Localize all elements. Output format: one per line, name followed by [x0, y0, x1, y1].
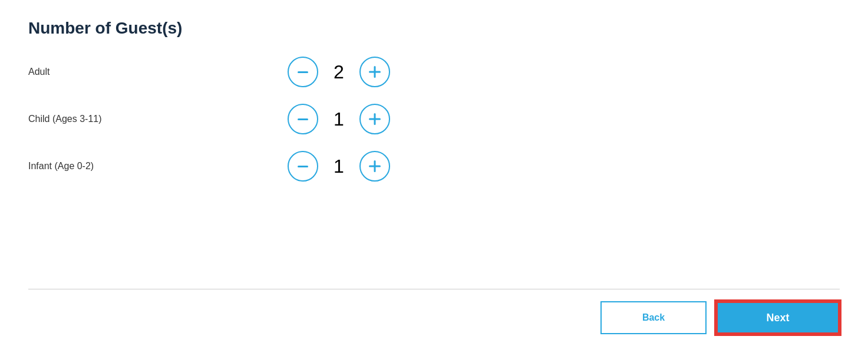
child-row: Child (Ages 3-11) 1: [28, 104, 840, 134]
adult-value: 2: [330, 61, 348, 83]
plus-icon: [369, 160, 381, 172]
next-button[interactable]: Next: [716, 301, 840, 334]
main-content: Number of Guest(s) Adult 2 Child (Ages 3…: [0, 0, 868, 289]
plus-icon: [369, 66, 381, 78]
child-decrement-button[interactable]: [288, 104, 318, 134]
adult-stepper: 2: [288, 57, 390, 87]
adult-increment-button[interactable]: [359, 57, 390, 87]
adult-label: Adult: [28, 67, 193, 77]
page-title: Number of Guest(s): [28, 19, 840, 38]
infant-value: 1: [330, 156, 348, 177]
infant-label: Infant (Age 0-2): [28, 161, 193, 172]
minus-icon: [298, 71, 308, 73]
minus-icon: [298, 118, 308, 120]
infant-stepper: 1: [288, 151, 390, 182]
back-button[interactable]: Back: [600, 301, 707, 334]
plus-icon: [369, 113, 381, 125]
adult-decrement-button[interactable]: [288, 57, 318, 87]
footer: Back Next: [0, 289, 868, 346]
infant-decrement-button[interactable]: [288, 151, 318, 182]
child-value: 1: [330, 108, 348, 130]
child-label: Child (Ages 3-11): [28, 114, 193, 124]
infant-row: Infant (Age 0-2) 1: [28, 151, 840, 182]
infant-increment-button[interactable]: [359, 151, 390, 182]
child-increment-button[interactable]: [359, 104, 390, 134]
adult-row: Adult 2: [28, 57, 840, 87]
guest-rows: Adult 2 Child (Ages 3-11) 1: [28, 57, 840, 182]
child-stepper: 1: [288, 104, 390, 134]
minus-icon: [298, 166, 308, 167]
